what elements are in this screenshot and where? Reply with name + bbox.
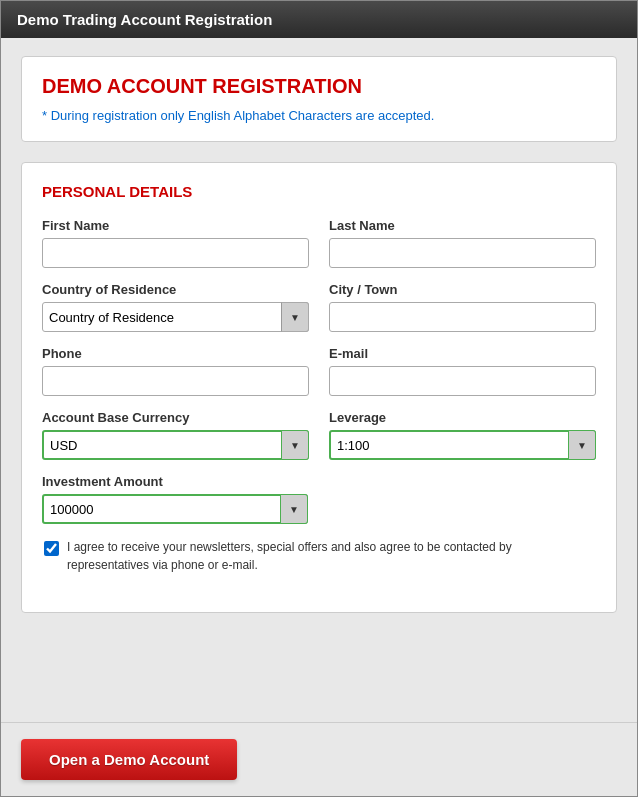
- last-name-input[interactable]: [329, 238, 596, 268]
- currency-leverage-row: Account Base Currency USD EUR GBP JPY ▼: [42, 410, 596, 460]
- country-group: Country of Residence Country of Residenc…: [42, 282, 309, 332]
- leverage-group: Leverage 1:50 1:100 1:200 1:500 ▼: [329, 410, 596, 460]
- currency-group: Account Base Currency USD EUR GBP JPY ▼: [42, 410, 309, 460]
- currency-label: Account Base Currency: [42, 410, 309, 425]
- phone-email-row: Phone E-mail: [42, 346, 596, 396]
- first-name-label: First Name: [42, 218, 309, 233]
- city-group: City / Town: [329, 282, 596, 332]
- city-input[interactable]: [329, 302, 596, 332]
- email-input[interactable]: [329, 366, 596, 396]
- country-select-wrapper: Country of Residence United States Unite…: [42, 302, 309, 332]
- bottom-bar: Open a Demo Account: [1, 722, 637, 796]
- main-window: Demo Trading Account Registration DEMO A…: [0, 0, 638, 797]
- newsletter-checkbox[interactable]: [44, 541, 59, 556]
- country-city-row: Country of Residence Country of Residenc…: [42, 282, 596, 332]
- investment-select[interactable]: 10000 50000 100000 500000: [42, 494, 308, 524]
- leverage-select[interactable]: 1:50 1:100 1:200 1:500: [329, 430, 596, 460]
- window-title: Demo Trading Account Registration: [17, 11, 272, 28]
- newsletter-checkbox-row: I agree to receive your newsletters, spe…: [42, 538, 596, 574]
- investment-label: Investment Amount: [42, 474, 308, 489]
- currency-select-wrapper: USD EUR GBP JPY ▼: [42, 430, 309, 460]
- currency-select[interactable]: USD EUR GBP JPY: [42, 430, 309, 460]
- personal-details-title: PERSONAL DETAILS: [42, 183, 596, 200]
- info-box: DEMO ACCOUNT REGISTRATION * During regis…: [21, 56, 617, 142]
- country-select[interactable]: Country of Residence United States Unite…: [42, 302, 309, 332]
- first-name-group: First Name: [42, 218, 309, 268]
- info-note: * During registration only English Alpha…: [42, 108, 596, 123]
- city-label: City / Town: [329, 282, 596, 297]
- form-section: PERSONAL DETAILS First Name Last Name Co…: [21, 162, 617, 613]
- leverage-label: Leverage: [329, 410, 596, 425]
- investment-placeholder-group: [328, 474, 596, 524]
- info-note-text: * During registration only English Alpha…: [42, 108, 434, 123]
- name-row: First Name Last Name: [42, 218, 596, 268]
- leverage-select-wrapper: 1:50 1:100 1:200 1:500 ▼: [329, 430, 596, 460]
- investment-group: Investment Amount 10000 50000 100000 500…: [42, 474, 308, 524]
- last-name-group: Last Name: [329, 218, 596, 268]
- phone-label: Phone: [42, 346, 309, 361]
- title-bar: Demo Trading Account Registration: [1, 1, 637, 38]
- content-area: DEMO ACCOUNT REGISTRATION * During regis…: [1, 38, 637, 722]
- investment-row: Investment Amount 10000 50000 100000 500…: [42, 474, 596, 524]
- demo-account-heading: DEMO ACCOUNT REGISTRATION: [42, 75, 596, 98]
- email-group: E-mail: [329, 346, 596, 396]
- country-label: Country of Residence: [42, 282, 309, 297]
- newsletter-label: I agree to receive your newsletters, spe…: [67, 538, 594, 574]
- last-name-label: Last Name: [329, 218, 596, 233]
- phone-group: Phone: [42, 346, 309, 396]
- investment-select-wrapper: 10000 50000 100000 500000 ▼: [42, 494, 308, 524]
- phone-input[interactable]: [42, 366, 309, 396]
- open-account-button[interactable]: Open a Demo Account: [21, 739, 237, 780]
- first-name-input[interactable]: [42, 238, 309, 268]
- email-label: E-mail: [329, 346, 596, 361]
